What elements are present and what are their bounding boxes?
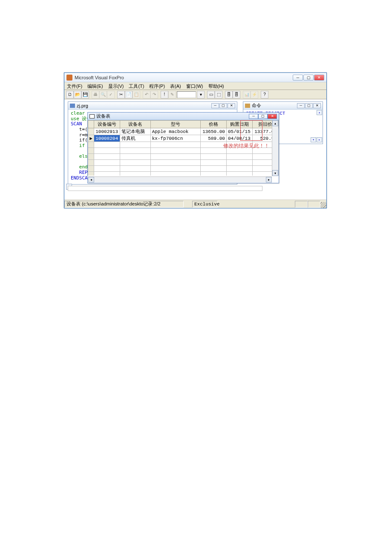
scroll-left-icon[interactable]: ◂ <box>88 177 94 182</box>
minimize-button[interactable]: ─ <box>293 75 303 81</box>
copy-icon[interactable]: 📄 <box>125 91 133 98</box>
code-maximize-button[interactable]: ▢ <box>219 103 227 108</box>
mdi-area: zj.prg ─ ▢ ✕ clear use 设备表 SCAN t=(i r=m… <box>64 99 326 199</box>
annotation-text: 修改的结果见此！！ <box>223 142 269 150</box>
table-window[interactable]: 设备表 ─ ▢ ✕ 设备编号 设备名 型号 价格 <box>87 112 279 183</box>
cmd-scroll-up-icon[interactable]: ▴ <box>317 110 322 115</box>
undo-icon[interactable]: ↶ <box>143 91 150 98</box>
resize-grip-icon[interactable] <box>320 202 326 208</box>
menu-help[interactable]: 帮助(H) <box>206 83 227 89</box>
command-icon <box>245 104 250 108</box>
redo-icon[interactable]: ↷ <box>150 91 158 98</box>
status-path: 设备表 (c:\users\administrator\deskto记录:2/2 <box>64 201 184 208</box>
code-close-button[interactable]: ✕ <box>228 103 235 108</box>
cmd-scroll-down-icon[interactable]: ▾ <box>311 137 316 142</box>
scroll-track[interactable] <box>272 126 278 170</box>
open-icon[interactable]: 📂 <box>74 91 81 98</box>
db-icon[interactable]: 🗄 <box>225 91 233 98</box>
table-icon <box>89 114 95 119</box>
table-row[interactable] <box>88 166 279 172</box>
menu-table[interactable]: 表(A) <box>167 83 184 89</box>
table-maximize-button[interactable]: ▢ <box>258 114 268 119</box>
print-icon[interactable]: 🖶 <box>92 91 99 98</box>
cell-id[interactable]: 10008204 <box>94 135 120 142</box>
app-icon <box>66 75 72 81</box>
autoform-icon[interactable]: ⬚ <box>215 91 222 98</box>
menubar: 文件(F) 编辑(E) 显示(V) 工具(T) 程序(P) 表(A) 窗口(W)… <box>64 82 326 90</box>
col-header[interactable]: 价格 <box>200 121 226 128</box>
paste-icon[interactable]: 📋 <box>133 91 140 98</box>
table-row[interactable] <box>88 172 279 176</box>
table-close-button[interactable]: ✕ <box>268 114 277 119</box>
help-icon[interactable]: ? <box>261 91 268 98</box>
table-hscroll[interactable]: ◂ ▸ <box>88 176 272 182</box>
combo-drop-icon[interactable]: ▾ <box>197 91 205 98</box>
titlebar[interactable]: Microsoft Visual FoxPro ─ ▢ ✕ <box>64 73 326 82</box>
command-titlebar[interactable]: 命令 ─ ▢ ✕ <box>243 102 323 110</box>
code-titlebar[interactable]: zj.prg ─ ▢ ✕ <box>68 102 237 110</box>
menu-edit[interactable]: 编辑(E) <box>85 83 106 89</box>
wizard-icon[interactable]: ⚡ <box>251 91 258 98</box>
cell-name[interactable]: 笔记本电脑 <box>120 128 150 135</box>
database-combo[interactable] <box>177 91 196 98</box>
col-header[interactable]: 设备编号 <box>94 121 120 128</box>
grid-wrap: 设备编号 设备名 型号 价格 购置日期 折旧价 10002913 笔记本电脑 A… <box>88 120 279 176</box>
code-line: SCAN <box>71 121 82 127</box>
save-icon[interactable]: 💾 <box>81 91 89 98</box>
spell-icon[interactable]: ✓ <box>107 91 115 98</box>
toolbar: 🗋 📂 💾 🖶 🔍 ✓ ✂ 📄 📋 ↶ ↷ ! ✎ ▾ ▭ ⬚ 🗄 🗄 <box>64 90 326 99</box>
program-icon <box>70 104 75 108</box>
scroll-up-icon[interactable]: ▴ <box>272 120 278 126</box>
cmd-maximize-button[interactable]: ▢ <box>305 103 313 108</box>
cell-price[interactable]: 13650.00 <box>200 128 226 135</box>
row-marker <box>88 128 94 135</box>
menu-program[interactable]: 程序(P) <box>147 83 167 89</box>
cmd-close-button[interactable]: ✕ <box>313 103 321 108</box>
report-icon[interactable]: 📊 <box>243 91 251 98</box>
cell-date[interactable]: 04/08/13 <box>226 135 252 142</box>
menu-tools[interactable]: 工具(T) <box>126 83 147 89</box>
cell-model[interactable]: Apple macbook <box>150 128 200 135</box>
cmd-minimize-button[interactable]: ─ <box>297 103 305 108</box>
status-mode: Exclusive <box>192 201 218 208</box>
table-row[interactable]: ▶ 10008204 传真机 kx-fp7006cn 589.00 04/08/… <box>88 135 279 142</box>
new-icon[interactable]: 🗋 <box>66 91 74 98</box>
close-button[interactable]: ✕ <box>314 75 324 81</box>
cmd-scroll-right-icon[interactable]: ▸ <box>317 137 322 142</box>
table-row[interactable] <box>88 160 279 166</box>
cell-name[interactable]: 传真机 <box>120 135 150 142</box>
menu-window[interactable]: 窗口(W) <box>184 83 206 89</box>
row-marker-header <box>88 121 94 128</box>
window-controls: ─ ▢ ✕ <box>293 75 324 81</box>
table-row[interactable] <box>88 154 279 160</box>
cell-id[interactable]: 10002913 <box>94 128 120 135</box>
statusbar: 设备表 (c:\users\administrator\deskto记录:2/2… <box>64 199 326 208</box>
header-row: 设备编号 设备名 型号 价格 购置日期 折旧价 <box>88 121 279 128</box>
scroll-down-icon[interactable]: ▾ <box>272 170 278 176</box>
table-minimize-button[interactable]: ─ <box>249 114 258 119</box>
cut-icon[interactable]: ✂ <box>117 91 125 98</box>
table-title: 设备表 <box>96 113 249 119</box>
run-icon[interactable]: ! <box>161 91 168 98</box>
code-minimize-button[interactable]: ─ <box>211 103 219 108</box>
maximize-button[interactable]: ▢ <box>303 75 314 81</box>
col-header[interactable]: 型号 <box>150 121 200 128</box>
col-header[interactable]: 购置日期 <box>226 121 252 128</box>
cell-date[interactable]: 05/01/15 <box>226 128 252 135</box>
scroll-track[interactable] <box>94 177 266 182</box>
cell-model[interactable]: kx-fp7006cn <box>150 135 200 142</box>
modify-icon[interactable]: ✎ <box>168 91 176 98</box>
table-vscroll[interactable]: ▴ ▾ <box>272 120 278 176</box>
table-row[interactable]: 10002913 笔记本电脑 Apple macbook 13650.00 05… <box>88 128 279 135</box>
scroll-right-icon[interactable]: ▸ <box>266 177 272 182</box>
form-icon[interactable]: ▭ <box>207 91 215 98</box>
db2-icon[interactable]: 🗄 <box>233 91 240 98</box>
main-window: Microsoft Visual FoxPro ─ ▢ ✕ 文件(F) 编辑(E… <box>64 72 327 208</box>
menu-file[interactable]: 文件(F) <box>64 83 85 89</box>
table-titlebar[interactable]: 设备表 ─ ▢ ✕ <box>88 113 279 120</box>
menu-view[interactable]: 显示(V) <box>106 83 127 89</box>
cell-price[interactable]: 589.00 <box>200 135 226 142</box>
col-header[interactable]: 设备名 <box>120 121 150 128</box>
preview-icon[interactable]: 🔍 <box>99 91 107 98</box>
title-text: Microsoft Visual FoxPro <box>75 75 293 80</box>
